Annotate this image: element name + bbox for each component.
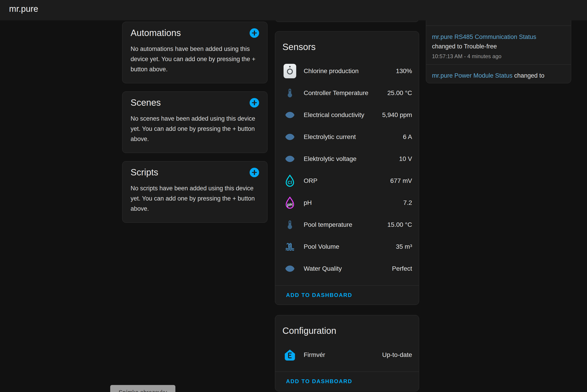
sensor-row-orp[interactable]: Cl ORP 677 mV — [275, 170, 419, 192]
sensors-card-footer: ADD TO DASHBOARD — [275, 286, 419, 305]
sensor-value: 130% — [396, 68, 412, 75]
chlorine-drop-icon: Cl — [282, 174, 298, 188]
sensors-add-to-dashboard-button[interactable]: ADD TO DASHBOARD — [286, 292, 352, 298]
sensor-name: Chlorine production — [304, 68, 359, 75]
config-row-firmware[interactable]: Firmvér Up-to-date — [275, 344, 419, 366]
eye-icon — [282, 110, 298, 120]
logbook-entry: mr.pure Power Module Status changed to — [426, 64, 571, 80]
svg-text:Cl: Cl — [288, 180, 292, 185]
config-value: Up-to-date — [382, 351, 412, 358]
left-column: Automations No automations have been add… — [122, 22, 267, 223]
firmware-icon — [282, 348, 298, 362]
logbook-entry-detail: changed to Trouble-free — [432, 42, 565, 51]
sensor-row-electrolytic-current[interactable]: Electrolytic current 6 A — [275, 126, 419, 148]
sensor-value: 35 m³ — [396, 243, 412, 250]
sensor-value: 7.2 — [403, 199, 412, 206]
configuration-card-footer: ADD TO DASHBOARD — [275, 372, 419, 391]
scripts-card: Scripts No scripts have been added using… — [122, 161, 267, 223]
sensor-value: 25.00 °C — [387, 90, 412, 97]
sensor-name: Electrical conductivity — [304, 111, 364, 118]
logbook-timestamp: 10:57:13 AM - 4 minutes ago — [432, 53, 565, 60]
scenes-card-title: Scenes — [131, 98, 161, 108]
sensor-name: Pool temperature — [304, 221, 352, 228]
sensor-row-electrical-conductivity[interactable]: Electrical conductivity 5,940 ppm — [275, 104, 419, 126]
ph-drop-icon: pH — [282, 196, 298, 210]
sensor-name: pH — [304, 199, 312, 206]
chlorinator-device-picture — [282, 64, 298, 78]
screenshot-button[interactable]: Snímka obrazovky — [110, 385, 175, 392]
logbook-entry-detail: changed to — [514, 72, 545, 79]
sensor-value: 15.00 °C — [387, 221, 412, 228]
device-page: mr.pure Automations No automations have … — [0, 0, 587, 392]
thermometer-icon — [282, 88, 298, 98]
sensor-value: 5,940 ppm — [382, 111, 412, 118]
pool-icon — [282, 242, 298, 252]
sensor-name: Electrolytic current — [304, 133, 356, 140]
configuration-card-title: Configuration — [275, 315, 419, 336]
configuration-list: Firmvér Up-to-date — [275, 344, 419, 372]
add-scene-button plus-circle-icon[interactable] — [250, 98, 259, 108]
automations-empty-text: No automations have been added using thi… — [131, 44, 257, 74]
add-automation-button plus-circle-icon[interactable] — [250, 28, 259, 38]
logbook-entry: mr.pure RS485 Communication Status chang… — [426, 26, 571, 64]
sensor-row-pool-temperature[interactable]: Pool temperature 15.00 °C — [275, 214, 419, 236]
sensor-name: Elektrolytic voltage — [304, 155, 356, 162]
page-title: mr.pure — [9, 0, 38, 20]
automations-card-title: Automations — [131, 28, 181, 38]
thermometer-icon — [282, 220, 298, 230]
config-name: Firmvér — [304, 351, 325, 358]
scenes-card: Scenes No scenes have been added using t… — [122, 92, 267, 153]
eye-icon — [282, 264, 298, 274]
logbook-entity-link[interactable]: mr.pure RS485 Communication Status — [432, 34, 536, 40]
sensor-name: Controller Temperature — [304, 90, 368, 97]
svg-text:pH: pH — [287, 202, 293, 207]
configuration-card: Configuration Firmvér Up-to-date ADD TO … — [275, 315, 419, 391]
sensor-row-chlorine-production[interactable]: Chlorine production 130% — [275, 60, 419, 82]
scripts-empty-text: No scripts have been added using this de… — [131, 183, 257, 214]
sensor-value: 677 mV — [390, 177, 412, 184]
sensor-value: Perfect — [392, 265, 412, 272]
sensors-card: Sensors Chlorine production 130% Control… — [275, 31, 419, 305]
sensor-name: Pool Volume — [304, 243, 339, 250]
eye-icon — [282, 132, 298, 142]
sensor-value: 10 V — [399, 155, 412, 162]
add-script-button plus-circle-icon[interactable] — [250, 168, 259, 177]
eye-icon — [282, 154, 298, 164]
sensor-row-controller-temperature[interactable]: Controller Temperature 25.00 °C — [275, 82, 419, 104]
scripts-card-title: Scripts — [131, 167, 158, 178]
sensor-value: 6 A — [403, 133, 412, 140]
app-header: mr.pure — [0, 0, 587, 20]
logbook-entity-link[interactable]: mr.pure Power Module Status — [432, 72, 513, 79]
sensor-name: ORP — [304, 177, 317, 184]
sensor-name: Water Quality — [304, 265, 342, 272]
scenes-empty-text: No scenes have been added using this dev… — [131, 114, 257, 144]
sensor-row-water-quality[interactable]: Water Quality Perfect — [275, 258, 419, 280]
sensor-row-elektrolytic-voltage[interactable]: Elektrolytic voltage 10 V — [275, 148, 419, 170]
sensor-list: Chlorine production 130% Controller Temp… — [275, 60, 419, 286]
sensor-row-ph[interactable]: pH pH 7.2 — [275, 192, 419, 214]
automations-card: Automations No automations have been add… — [122, 22, 267, 83]
configuration-add-to-dashboard-button[interactable]: ADD TO DASHBOARD — [286, 378, 352, 384]
sensors-card-title: Sensors — [275, 32, 419, 52]
sensor-row-pool-volume[interactable]: Pool Volume 35 m³ — [275, 236, 419, 258]
